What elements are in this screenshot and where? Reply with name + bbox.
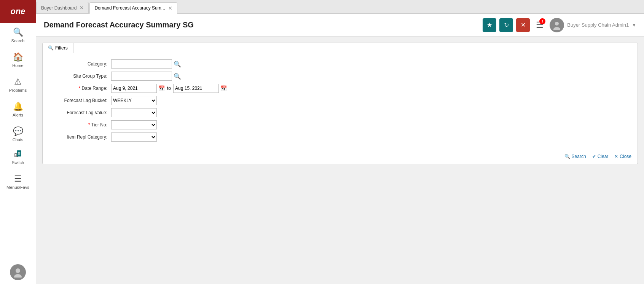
app-logo[interactable]: one xyxy=(0,0,36,23)
date-from-input[interactable] xyxy=(111,84,157,93)
filter-panel: 🔍 Filters Category: 🔍 Site Group Type: 🔍 xyxy=(42,43,638,164)
sidebar: one 🔍 Search 🏠 Home ⚠ Problems 🔔 Alerts … xyxy=(0,0,36,284)
header-actions: ★ ↻ ✕ ☰ 1 Buyer Supply Chain Admin1 ▼ xyxy=(483,18,636,32)
sidebar-item-problems[interactable]: ⚠ Problems xyxy=(0,72,36,97)
menu-icon: ☰ xyxy=(14,174,22,184)
forecast-lag-bucket-label: Forecast Lag Bucket: xyxy=(50,98,111,103)
svg-point-1 xyxy=(14,274,22,278)
sidebar-user-avatar[interactable] xyxy=(10,264,26,280)
svg-point-0 xyxy=(16,268,20,273)
warning-icon: ⚠ xyxy=(14,77,22,87)
svg-point-2 xyxy=(555,22,559,26)
favorite-button[interactable]: ★ xyxy=(483,18,496,32)
close-link[interactable]: ✕ Close xyxy=(614,154,631,159)
tier-no-label: * Tier No: xyxy=(50,122,111,128)
filter-row-item-repl-category: Item Repl Category: xyxy=(50,132,630,142)
date-range-label: * Date Range: xyxy=(50,86,111,91)
sidebar-item-menus[interactable]: ☰ Menus/Favs xyxy=(0,169,36,194)
sidebar-item-alerts[interactable]: 🔔 Alerts xyxy=(0,97,36,122)
sidebar-item-label: Chats xyxy=(13,137,24,142)
site-group-type-label: Site Group Type: xyxy=(50,73,111,79)
sidebar-item-label: Home xyxy=(12,63,23,68)
page-header: Demand Forecast Accuracy Summary SG ★ ↻ … xyxy=(36,14,644,37)
user-avatar xyxy=(550,18,564,32)
date-to-calendar-icon[interactable]: 📅 xyxy=(220,85,227,91)
item-repl-category-select[interactable] xyxy=(111,132,157,142)
tab-demand-forecast[interactable]: Demand Forecast Accuracy Sum... ✕ xyxy=(89,2,177,14)
filter-tab-filters[interactable]: 🔍 Filters xyxy=(43,43,73,53)
close-tab-buyer-dashboard[interactable]: ✕ xyxy=(80,5,84,10)
sidebar-item-label: Menus/Favs xyxy=(6,185,29,190)
filter-row-site-group-type: Site Group Type: 🔍 xyxy=(50,72,630,81)
search-link[interactable]: 🔍 Search xyxy=(564,154,586,159)
sidebar-item-label: Problems xyxy=(9,88,27,93)
bell-icon: 🔔 xyxy=(13,102,23,112)
tab-bar: Buyer Dashboard ✕ Demand Forecast Accura… xyxy=(36,0,644,14)
close-tab-demand-forecast[interactable]: ✕ xyxy=(168,6,172,11)
site-group-type-input[interactable] xyxy=(111,72,172,81)
forecast-lag-value-select[interactable] xyxy=(111,108,157,117)
sidebar-bottom xyxy=(10,264,26,284)
filter-row-date-range: * Date Range: 📅 to 📅 xyxy=(50,84,630,93)
search-icon: 🔍 xyxy=(13,27,23,37)
main-area: Buyer Dashboard ✕ Demand Forecast Accura… xyxy=(36,0,644,284)
notification-area[interactable]: ☰ 1 xyxy=(536,20,544,30)
switch-icon: ⊞ ≡ xyxy=(15,151,21,159)
sidebar-item-label: Switch xyxy=(12,160,24,165)
category-search-button[interactable]: 🔍 xyxy=(174,61,181,68)
home-icon: 🏠 xyxy=(13,52,23,62)
item-repl-category-label: Item Repl Category: xyxy=(50,134,111,140)
forecast-lag-value-label: Forecast Lag Value: xyxy=(50,110,111,115)
site-group-search-button[interactable]: 🔍 xyxy=(174,73,181,80)
filter-actions: 🔍 Search ✔ Clear ✕ Close xyxy=(43,151,638,164)
notification-badge: 1 xyxy=(539,18,545,24)
sidebar-item-search[interactable]: 🔍 Search xyxy=(0,23,36,48)
forecast-lag-bucket-select[interactable]: WEEKLY xyxy=(111,96,157,105)
filter-body: Category: 🔍 Site Group Type: 🔍 * Date Ra… xyxy=(43,53,638,151)
sidebar-item-label: Alerts xyxy=(13,113,23,117)
category-input[interactable] xyxy=(111,59,172,69)
user-name: Buyer Supply Chain Admin1 xyxy=(567,22,629,28)
sidebar-item-home[interactable]: 🏠 Home xyxy=(0,48,36,72)
date-range-to-text: to xyxy=(167,86,171,91)
close-page-button[interactable]: ✕ xyxy=(516,18,530,32)
sidebar-item-switch[interactable]: ⊞ ≡ Switch xyxy=(0,147,36,169)
chat-icon: 💬 xyxy=(13,126,23,136)
filter-tabs: 🔍 Filters xyxy=(43,43,638,53)
date-to-input[interactable] xyxy=(173,84,219,93)
tier-no-select[interactable] xyxy=(111,120,157,129)
user-dropdown-arrow[interactable]: ▼ xyxy=(632,22,636,28)
filter-row-forecast-lag-bucket: Forecast Lag Bucket: WEEKLY xyxy=(50,96,630,105)
search-link-icon: 🔍 xyxy=(564,154,570,159)
page-title: Demand Forecast Accuracy Summary SG xyxy=(44,21,483,29)
filter-row-tier-no: * Tier No: xyxy=(50,120,630,129)
filter-row-category: Category: 🔍 xyxy=(50,59,630,69)
page-content: 🔍 Filters Category: 🔍 Site Group Type: 🔍 xyxy=(36,37,644,284)
sidebar-item-label: Search xyxy=(11,38,25,43)
filter-row-forecast-lag-value: Forecast Lag Value: xyxy=(50,108,630,117)
tab-buyer-dashboard[interactable]: Buyer Dashboard ✕ xyxy=(36,2,89,13)
category-label: Category: xyxy=(50,61,111,67)
clear-link-icon: ✔ xyxy=(592,154,596,159)
close-link-icon: ✕ xyxy=(614,154,618,159)
svg-point-3 xyxy=(553,27,560,30)
filter-icon: 🔍 xyxy=(48,45,54,51)
user-avatar-area[interactable]: Buyer Supply Chain Admin1 ▼ xyxy=(550,18,636,32)
sidebar-item-chats[interactable]: 💬 Chats xyxy=(0,122,36,147)
date-from-calendar-icon[interactable]: 📅 xyxy=(158,85,165,91)
refresh-button[interactable]: ↻ xyxy=(499,18,513,32)
clear-link[interactable]: ✔ Clear xyxy=(592,154,609,159)
